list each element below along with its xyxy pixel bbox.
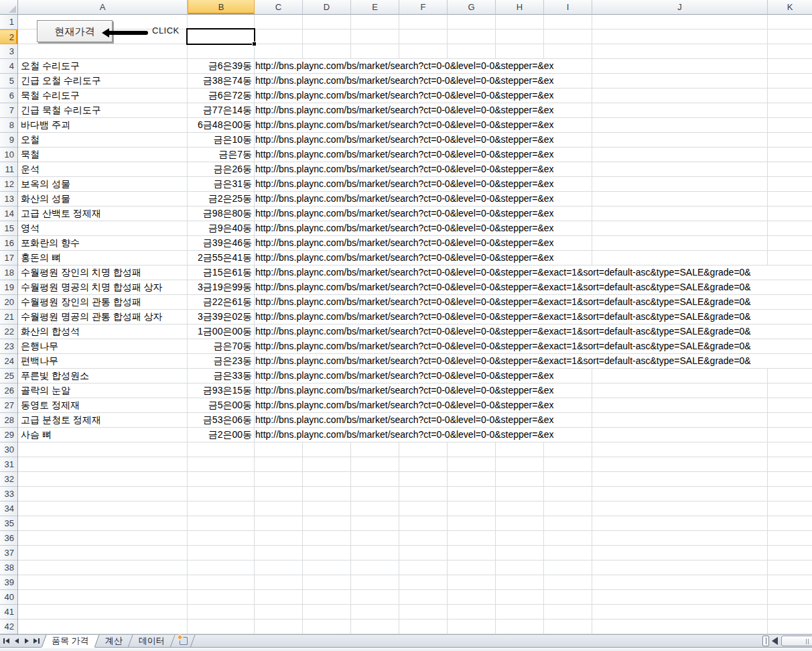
cell-url-row9[interactable]: http://bns.plaync.com/bs/market/search?c…	[255, 133, 592, 147]
column-header-G[interactable]: G	[448, 0, 496, 15]
row-header-27[interactable]: 27	[0, 398, 17, 413]
row-header-40[interactable]: 40	[0, 590, 17, 605]
cell-url-row27[interactable]: http://bns.plaync.com/bs/market/search?c…	[255, 398, 592, 412]
row-header-23[interactable]: 23	[0, 339, 17, 354]
cell-price-row16[interactable]: 금39은46동	[188, 236, 252, 250]
row-header-31[interactable]: 31	[0, 457, 17, 472]
cell-url-row14[interactable]: http://bns.plaync.com/bs/market/search?c…	[255, 206, 592, 221]
row-header-3[interactable]: 3	[0, 44, 17, 59]
row-header-4[interactable]: 4	[0, 59, 17, 74]
cell-price-row4[interactable]: 금6은39동	[188, 59, 252, 73]
cell-item-name-row27[interactable]: 동영토 정제재	[21, 398, 186, 412]
row-header-38[interactable]: 38	[0, 560, 17, 575]
cell-price-row22[interactable]: 1금00은00동	[188, 324, 252, 339]
cell-item-name-row13[interactable]: 화산의 성물	[21, 192, 186, 206]
cell-item-name-row24[interactable]: 편백나무	[21, 354, 186, 368]
cell-url-row15[interactable]: http://bns.plaync.com/bs/market/search?c…	[255, 221, 592, 235]
row-header-13[interactable]: 13	[0, 192, 17, 206]
row-header-24[interactable]: 24	[0, 354, 17, 369]
cell-url-row10[interactable]: http://bns.plaync.com/bs/market/search?c…	[255, 147, 592, 162]
row-header-9[interactable]: 9	[0, 133, 17, 147]
row-header-2[interactable]: 2	[0, 29, 17, 44]
cell-url-row20[interactable]: http://bns.plaync.com/bs/market/search?c…	[255, 295, 811, 309]
row-header-22[interactable]: 22	[0, 324, 17, 339]
cell-item-name-row11[interactable]: 운석	[21, 162, 186, 176]
cell-item-name-row19[interactable]: 수월평원 명공의 치명 합성패 상자	[21, 280, 186, 294]
cell-item-name-row10[interactable]: 묵철	[21, 147, 186, 162]
cell-price-row23[interactable]: 금은70동	[188, 339, 252, 353]
row-header-18[interactable]: 18	[0, 265, 17, 280]
cell-url-row16[interactable]: http://bns.plaync.com/bs/market/search?c…	[255, 236, 592, 250]
column-header-I[interactable]: I	[544, 0, 592, 15]
row-header-30[interactable]: 30	[0, 442, 17, 457]
cell-item-name-row17[interactable]: 홍돈의 뼈	[21, 251, 186, 265]
cell-url-row17[interactable]: http://bns.plaync.com/bs/market/search?c…	[255, 251, 592, 265]
cell-item-name-row28[interactable]: 고급 분청토 정제재	[21, 413, 186, 427]
cell-url-row21[interactable]: http://bns.plaync.com/bs/market/search?c…	[255, 310, 811, 324]
row-header-25[interactable]: 25	[0, 369, 17, 383]
cell-url-row11[interactable]: http://bns.plaync.com/bs/market/search?c…	[255, 162, 592, 176]
cell-url-row4[interactable]: http://bns.plaync.com/bs/market/search?c…	[255, 59, 592, 73]
sheet-tab-item-price[interactable]: 품목 가격	[44, 635, 97, 648]
row-header-10[interactable]: 10	[0, 147, 17, 162]
row-header-5[interactable]: 5	[0, 74, 17, 88]
row-header-37[interactable]: 37	[0, 546, 17, 560]
cell-item-name-row29[interactable]: 사슴 뼈	[21, 428, 186, 442]
cell-item-name-row26[interactable]: 골락의 눈알	[21, 383, 186, 398]
cell-price-row14[interactable]: 금98은80동	[188, 206, 252, 221]
row-header-7[interactable]: 7	[0, 103, 17, 118]
cell-item-name-row15[interactable]: 영석	[21, 221, 186, 235]
next-sheet-button[interactable]	[22, 636, 31, 646]
cell-price-row9[interactable]: 금은10동	[188, 133, 252, 147]
cell-url-row5[interactable]: http://bns.plaync.com/bs/market/search?c…	[255, 74, 592, 88]
row-header-33[interactable]: 33	[0, 487, 17, 501]
cell-price-row24[interactable]: 금은23동	[188, 354, 252, 368]
row-header-16[interactable]: 16	[0, 236, 17, 251]
insert-worksheet-button[interactable]	[173, 635, 193, 648]
cell-price-row12[interactable]: 금은31동	[188, 177, 252, 191]
cell-item-name-row21[interactable]: 수월평원 명공의 관통 합성패 상자	[21, 310, 186, 324]
sheet-tab-calc[interactable]: 계산	[97, 635, 131, 648]
cell-item-name-row18[interactable]: 수월평원 장인의 치명 합성패	[21, 265, 186, 280]
cell-price-row8[interactable]: 6금48은00동	[188, 118, 252, 132]
cell-price-row20[interactable]: 금22은61동	[188, 295, 252, 309]
cell-price-row28[interactable]: 금53은06동	[188, 413, 252, 427]
row-header-32[interactable]: 32	[0, 472, 17, 487]
first-sheet-button[interactable]	[2, 636, 11, 646]
previous-sheet-button[interactable]	[12, 636, 21, 646]
cell-price-row29[interactable]: 금2은00동	[188, 428, 252, 442]
cell-url-row12[interactable]: http://bns.plaync.com/bs/market/search?c…	[255, 177, 592, 191]
row-header-8[interactable]: 8	[0, 118, 17, 133]
sheet-tab-data[interactable]: 데이터	[131, 635, 173, 648]
cell-price-row6[interactable]: 금6은72동	[188, 88, 252, 103]
cell-url-row19[interactable]: http://bns.plaync.com/bs/market/search?c…	[255, 280, 811, 294]
cell-price-row26[interactable]: 금93은15동	[188, 383, 252, 398]
cell-item-name-row23[interactable]: 은행나무	[21, 339, 186, 353]
row-header-17[interactable]: 17	[0, 251, 17, 265]
column-header-K[interactable]: K	[768, 0, 812, 15]
hscroll-left-arrow[interactable]	[772, 637, 778, 645]
row-header-15[interactable]: 15	[0, 221, 17, 236]
hscroll-thumb[interactable]	[781, 636, 812, 646]
row-header-39[interactable]: 39	[0, 575, 17, 590]
cell-item-name-row9[interactable]: 오철	[21, 133, 186, 147]
row-header-42[interactable]: 42	[0, 619, 17, 634]
cell-price-row27[interactable]: 금5은00동	[188, 398, 252, 412]
cell-item-name-row16[interactable]: 포화란의 향수	[21, 236, 186, 250]
row-header-6[interactable]: 6	[0, 88, 17, 103]
cell-price-row15[interactable]: 금9은40동	[188, 221, 252, 235]
column-header-B[interactable]: B	[188, 0, 255, 15]
cell-item-name-row20[interactable]: 수월평원 장인의 관통 합성패	[21, 295, 186, 309]
cell-url-row29[interactable]: http://bns.plaync.com/bs/market/search?c…	[255, 428, 592, 442]
cell-price-row13[interactable]: 금2은25동	[188, 192, 252, 206]
cell-price-row17[interactable]: 2금55은41동	[188, 251, 252, 265]
cell-url-row28[interactable]: http://bns.plaync.com/bs/market/search?c…	[255, 413, 592, 427]
cell-price-row25[interactable]: 금은33동	[188, 369, 252, 383]
cell-url-row25[interactable]: http://bns.plaync.com/bs/market/search?c…	[255, 369, 592, 383]
cell-price-row5[interactable]: 금38은74동	[188, 74, 252, 88]
cell-price-row10[interactable]: 금은7동	[188, 147, 252, 162]
cell-item-name-row8[interactable]: 바다뱀 주괴	[21, 118, 186, 132]
row-header-26[interactable]: 26	[0, 383, 17, 398]
cell-item-name-row7[interactable]: 긴급 묵철 수리도구	[21, 103, 186, 117]
column-header-A[interactable]: A	[18, 0, 188, 15]
